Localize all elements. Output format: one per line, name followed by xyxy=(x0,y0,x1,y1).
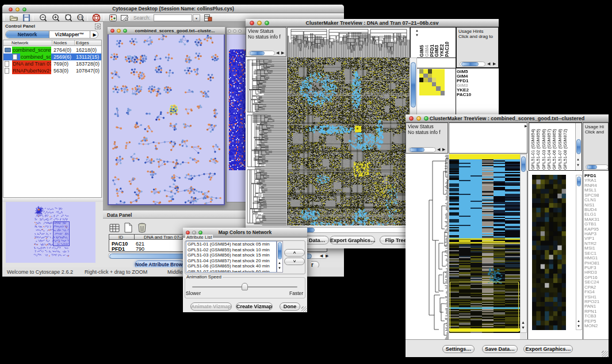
svg-text:GPL51-03 (GSM856): GPL51-03 (GSM856) xyxy=(541,129,546,170)
svg-text:PAC10: PAC10 xyxy=(444,41,450,57)
svg-text:GPL51-08 (GSM872): GPL51-08 (GSM872) xyxy=(563,129,568,170)
svg-text:GPL51-06 (GSM865): GPL51-06 (GSM865) xyxy=(552,129,557,170)
svg-text:GPL51-07 (GSM868): GPL51-07 (GSM868) xyxy=(557,129,563,170)
svg-text:GPL51-02 (GSM855): GPL51-02 (GSM855) xyxy=(536,129,541,170)
svg-text:1:1: 1:1 xyxy=(78,16,82,19)
svg-text:GPL51-01 (GSM854): GPL51-01 (GSM854) xyxy=(530,129,536,170)
svg-text:GPL51-04 (GSM857): GPL51-04 (GSM857) xyxy=(546,129,552,170)
